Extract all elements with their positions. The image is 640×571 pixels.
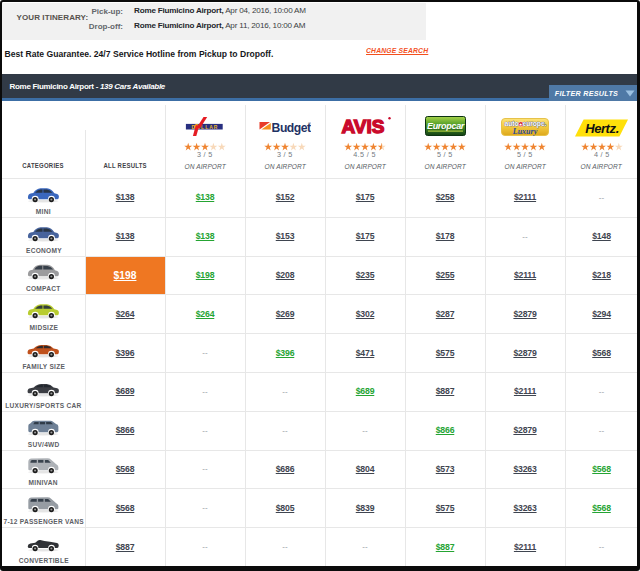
svg-text:AVIS: AVIS — [342, 116, 385, 136]
svg-text:Luxury: Luxury — [512, 127, 538, 136]
svg-text:Budget: Budget — [272, 121, 311, 135]
svg-text:Europcar: Europcar — [426, 121, 464, 131]
svg-text:®: ® — [308, 121, 311, 126]
svg-text:Hertz.: Hertz. — [585, 121, 619, 136]
